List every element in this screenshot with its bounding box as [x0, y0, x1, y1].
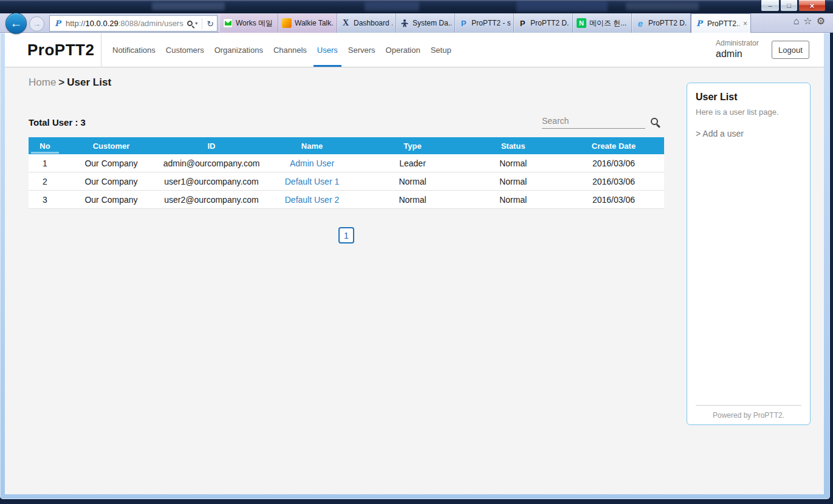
- person-icon: [400, 18, 410, 28]
- user-role: Administrator: [716, 39, 759, 48]
- dashboard-x-icon: X: [341, 18, 351, 28]
- browser-window: – □ × ← → P http://10.0.0.29:8088/admin/…: [0, 0, 833, 504]
- nav-operation[interactable]: Operation: [385, 33, 422, 67]
- nav-setup[interactable]: Setup: [430, 33, 453, 67]
- nav-organizations[interactable]: Organizations: [213, 33, 264, 67]
- nav-notifications[interactable]: Notifications: [111, 33, 157, 67]
- user-name-link[interactable]: Admin User: [290, 158, 334, 168]
- url-text[interactable]: http://10.0.0.29:8088/admin/users: [66, 19, 187, 28]
- col-no[interactable]: No: [29, 137, 61, 154]
- proptt2-logo: ProPTT2: [27, 41, 94, 60]
- toolbar-icons: ⌂ ☆ ⚙: [794, 16, 825, 26]
- tab-dashboard[interactable]: X Dashboard ...: [337, 13, 396, 33]
- chevron-down-icon[interactable]: ▾: [195, 21, 197, 26]
- tab-walkie-talk[interactable]: Walkie Talk...: [278, 13, 337, 33]
- tab-proptt2-docs-1[interactable]: P ProPTT2 D...: [514, 13, 573, 33]
- url-search-icon[interactable]: [187, 21, 193, 26]
- help-sidebar: User List Here is a user list page. > Ad…: [687, 83, 811, 425]
- breadcrumb-home-link[interactable]: Home: [29, 77, 56, 88]
- nav-servers[interactable]: Servers: [347, 33, 377, 67]
- search-icon[interactable]: [651, 118, 658, 125]
- nav-customers[interactable]: Customers: [165, 33, 205, 67]
- glass-reflection: [152, 2, 225, 10]
- table-row: 2 Our Company user1@ourcompany.com Defau…: [29, 172, 664, 191]
- mail-icon: [223, 18, 233, 28]
- breadcrumb-separator: >: [58, 77, 64, 88]
- col-name[interactable]: Name: [262, 137, 362, 154]
- naver-n-icon: N: [577, 18, 586, 28]
- divider: [101, 33, 101, 67]
- user-info: Administrator admin: [716, 39, 759, 60]
- total-user-count: Total User : 3: [29, 117, 86, 128]
- close-tab-icon[interactable]: ×: [742, 19, 747, 28]
- table-row: 3 Our Company user2@ourcompany.com Defau…: [29, 191, 664, 209]
- proptt2-favicon-icon: P: [694, 19, 704, 29]
- glass-reflection: [516, 1, 608, 12]
- tab-proptt2-docs-2[interactable]: e ProPTT2 D...: [632, 13, 691, 33]
- minimize-button[interactable]: –: [761, 0, 780, 12]
- close-button[interactable]: ×: [798, 0, 826, 12]
- sidebar-title: User List: [696, 92, 801, 103]
- glass-reflection: [626, 2, 699, 10]
- table-header: No Customer ID Name Type Status Create D…: [29, 137, 664, 154]
- powered-by-label: Powered by ProPTT2.: [696, 405, 801, 420]
- user-name-link[interactable]: Default User 1: [285, 177, 339, 186]
- blue-p-icon: P: [459, 18, 468, 28]
- glass-reflection: [365, 2, 419, 11]
- user-name: admin: [716, 48, 759, 60]
- refresh-icon[interactable]: ↻: [207, 19, 214, 29]
- page-title: User List: [67, 77, 111, 88]
- page-viewport: ProPTT2 Notifications Customers Organiza…: [5, 33, 824, 494]
- address-bar[interactable]: P http://10.0.0.29:8088/admin/users ▾ ↻: [49, 15, 218, 32]
- user-name-link[interactable]: Default User 2: [285, 195, 339, 205]
- window-controls: – □ ×: [760, 0, 826, 12]
- col-customer[interactable]: Customer: [61, 137, 161, 154]
- home-icon[interactable]: ⌂: [794, 16, 800, 26]
- breadcrumb: Home>User List: [29, 77, 111, 89]
- col-type[interactable]: Type: [362, 137, 463, 154]
- col-status[interactable]: Status: [463, 137, 563, 154]
- divider: [202, 18, 202, 29]
- site-header: ProPTT2 Notifications Customers Organiza…: [5, 33, 824, 67]
- nav-users[interactable]: Users: [316, 33, 339, 67]
- title-bar: [0, 0, 833, 13]
- internet-explorer-icon: e: [636, 18, 645, 28]
- back-button[interactable]: ←: [5, 13, 27, 34]
- table-row: 1 Our Company admin@ourcompany.com Admin…: [29, 154, 664, 172]
- maximize-button[interactable]: □: [780, 0, 798, 12]
- forward-button[interactable]: →: [29, 16, 44, 32]
- tab-maze[interactable]: N 메이즈 헌...: [573, 13, 632, 33]
- col-create-date[interactable]: Create Date: [563, 137, 664, 154]
- walkie-talkie-icon: [282, 18, 292, 28]
- nav-channels[interactable]: Channels: [272, 33, 308, 67]
- tab-proptt2-active[interactable]: P ProPTT2... ×: [691, 13, 751, 33]
- user-table: No Customer ID Name Type Status Create D…: [29, 137, 664, 209]
- main-nav: Notifications Customers Organizations Ch…: [111, 33, 453, 67]
- favorites-star-icon[interactable]: ☆: [803, 16, 812, 26]
- add-user-link[interactable]: > Add a user: [696, 129, 801, 138]
- tab-strip: Works 메일 Walkie Talk... X Dashboard ... …: [219, 13, 751, 33]
- search-input[interactable]: [542, 113, 645, 129]
- settings-gear-icon[interactable]: ⚙: [817, 16, 825, 26]
- page-1-button[interactable]: 1: [338, 227, 354, 243]
- tab-proptt2-site[interactable]: P ProPTT2 - s...: [455, 13, 514, 33]
- col-id[interactable]: ID: [161, 137, 262, 154]
- sidebar-description: Here is a user list page.: [696, 107, 801, 117]
- proptt2-favicon-icon: P: [53, 19, 63, 29]
- tab-system-dashboard[interactable]: System Da...: [396, 13, 455, 33]
- logout-button[interactable]: Logout: [772, 41, 809, 59]
- black-p-icon: P: [518, 18, 527, 28]
- tab-works-mail[interactable]: Works 메일: [219, 13, 278, 33]
